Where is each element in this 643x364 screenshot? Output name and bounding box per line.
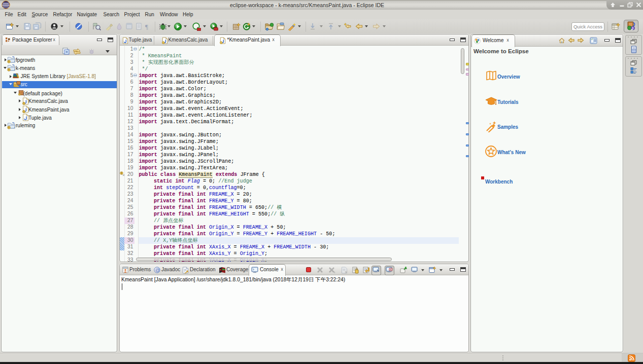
svg-text:¶: ¶ [145, 23, 148, 30]
svg-text:@: @ [155, 268, 160, 273]
